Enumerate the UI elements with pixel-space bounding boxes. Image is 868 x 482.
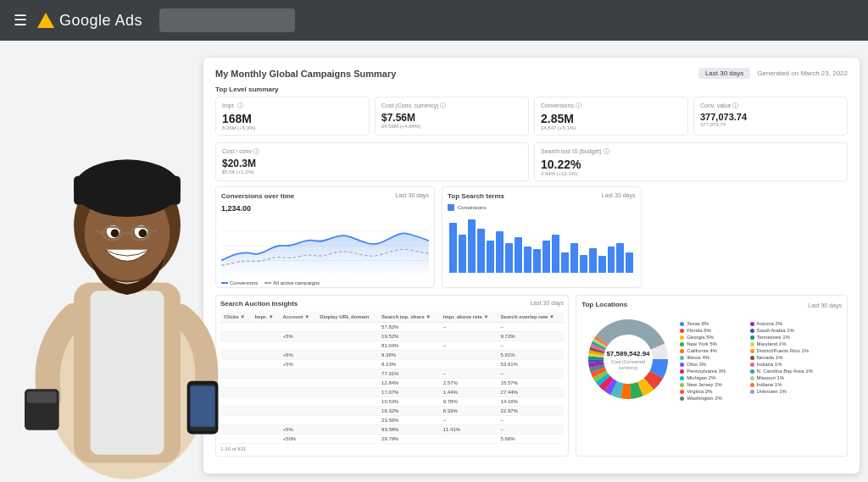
table-row: +50%29.79%5.66%: [220, 435, 564, 444]
svg-text:Cost (Converted: Cost (Converted: [611, 359, 645, 364]
google-ads-logo: Google Ads: [37, 12, 142, 30]
search-input[interactable]: [159, 8, 295, 32]
conversions-chart: Conversions over time Last 30 days 1,234…: [215, 186, 435, 288]
svg-rect-32: [90, 291, 164, 455]
legend-item: Ohio 3%: [680, 362, 743, 367]
legend-item: Arizona 2%: [750, 321, 813, 326]
col-display-url[interactable]: Display URL domain: [316, 312, 378, 323]
table-row: 77.31%––: [220, 369, 564, 379]
locations-donut: Top Locations Last 90 days: [576, 295, 848, 457]
bottom-row: Search Auction Insights Last 30 days Cli…: [215, 295, 848, 457]
svg-rect-41: [103, 227, 121, 240]
table-row: +5%19.52%9.72%: [220, 332, 564, 341]
metrics-grid: Impr. ⓘ 168M 8.26M (+5.3%) Cost (Conv. c…: [215, 97, 848, 136]
metric-search-lost: Cost / conv ⓘ $20.3M $5.56 (+1.2%): [215, 142, 529, 181]
dashboard-header: My Monthly Global Campaigns Summary Last…: [215, 68, 848, 79]
svg-rect-31: [74, 283, 181, 463]
auction-table: Clicks ▼ Impr. ▼ Account ▼ Display URL d…: [220, 312, 564, 444]
legend-item: Indiana 1%: [750, 382, 813, 387]
legend-item: Missouri 1%: [750, 375, 813, 380]
table-row: 23.56%––: [220, 416, 564, 425]
table-pagination: 1-30 of 831: [220, 446, 564, 452]
svg-rect-47: [27, 391, 57, 403]
svg-point-34: [85, 186, 170, 280]
svg-text:currency): currency): [619, 365, 638, 370]
col-account[interactable]: Account ▼: [280, 312, 317, 323]
col-impr-above[interactable]: Impr. above rate ▼: [440, 312, 498, 323]
donut-legend: Texas 8% Florida 6% Georgia 5% New York …: [680, 321, 813, 401]
donut-svg: $7,589,542.94 Cost (Converted currency): [581, 313, 675, 406]
table-row: 57.82%––: [220, 323, 564, 332]
metric-conversions: Conversions ⓘ 2.85M 14,847 (+5.1%): [534, 97, 688, 136]
menu-icon[interactable]: ☰: [14, 11, 27, 30]
metric-conv-value: Conv. value ⓘ 377,073.74 377,073.74: [693, 97, 848, 136]
svg-point-30: [45, 283, 209, 479]
app-title: Google Ads: [59, 12, 142, 30]
bar-chart-bars: [448, 213, 635, 273]
legend-item: N. Carolina Bay Area 1%: [750, 368, 813, 374]
legend-item: Texas 8%: [680, 321, 743, 326]
legend-item: Tennessee 1%: [750, 335, 813, 340]
dashboard-title: My Monthly Global Campaigns Summary: [215, 69, 396, 79]
legend-item: District/Puerto Rico 1%: [750, 348, 813, 353]
table-row: +5%93.58%11.41%–: [220, 425, 564, 435]
legend-item: Virginia 2%: [680, 389, 743, 394]
charts-row: Conversions over time Last 30 days 1,234…: [215, 186, 848, 288]
metric-cost: Cost (Conv. currency) ⓘ $7.56M £4.56M (+…: [375, 97, 529, 136]
ads-triangle-icon: [37, 13, 54, 28]
locations-title: Top Locations: [581, 301, 627, 308]
auction-title: Search Auction Insights: [220, 300, 298, 307]
table-row: +6%9.36%5.91%: [220, 351, 564, 360]
table-row: 16.32%6.33%22.97%: [220, 407, 564, 416]
legend-item: Washington 2%: [680, 396, 743, 401]
col-clicks[interactable]: Clicks ▼: [220, 312, 252, 323]
legend-item: New York 5%: [680, 341, 743, 346]
svg-text:$7,589,542.94: $7,589,542.94: [607, 350, 651, 357]
metric-impr: Impr. ⓘ 168M 8.26M (+5.3%): [215, 97, 370, 136]
table-row: 81.04%––: [220, 341, 564, 351]
table-row: 10.53%9.78%14.16%: [220, 397, 564, 407]
legend-item: Georgia 5%: [680, 335, 743, 340]
legend-item: New Jersey 2%: [680, 382, 743, 387]
svg-line-44: [95, 230, 103, 234]
top-level-label: Top Level summary: [215, 86, 848, 93]
svg-rect-36: [74, 176, 181, 205]
main-wrapper: My Monthly Global Campaigns Summary Last…: [0, 41, 868, 482]
legend-item: Maryland 1%: [750, 341, 813, 346]
table-row: 12.84%2.57%15.57%: [220, 379, 564, 388]
svg-point-39: [111, 230, 120, 238]
legend-item: Illinois 4%: [680, 355, 743, 360]
col-impr[interactable]: Impr. ▼: [252, 312, 280, 323]
col-overlap[interactable]: Search overlap rate ▼: [498, 312, 565, 323]
dashboard-panel: My Monthly Global Campaigns Summary Last…: [203, 58, 860, 474]
legend-item: Pennsylvania 3%: [680, 368, 743, 374]
table-row: +5%8.23%53.61%: [220, 360, 564, 369]
legend-item: Michigan 2%: [680, 375, 743, 380]
date-range-badge[interactable]: Last 30 days: [698, 68, 750, 79]
legend-item: California 4%: [680, 348, 743, 353]
svg-line-45: [149, 230, 158, 234]
legend-item: Indiana 1%: [750, 362, 813, 367]
auction-table-container: Search Auction Insights Last 30 days Cli…: [215, 295, 569, 457]
metric-search-lost-pct: Search lost IS (budget) ⓘ 10.22% 2.94% (…: [534, 142, 848, 181]
legend-item: Florida 6%: [680, 328, 743, 333]
search-terms-title: Top Search terms: [448, 192, 504, 200]
table-row: 17.07%1.44%27.44%: [220, 388, 564, 397]
svg-rect-42: [131, 227, 149, 240]
donut-chart-svg-wrapper: $7,589,542.94 Cost (Converted currency): [581, 313, 675, 409]
svg-point-38: [135, 225, 147, 238]
conv-chart-title: Conversions over time: [221, 192, 294, 200]
topbar: ☰ Google Ads: [0, 0, 868, 41]
search-terms-chart: Top Search terms Last 30 days Conversion…: [442, 186, 641, 288]
legend-item: Saudi Arabia 1%: [750, 328, 813, 333]
col-search-top[interactable]: Search top. share ▼: [378, 312, 440, 323]
line-chart-svg: [221, 216, 429, 275]
legend-item: Unknown 1%: [750, 389, 813, 394]
svg-rect-46: [25, 389, 59, 429]
svg-point-40: [139, 230, 147, 238]
svg-point-33: [74, 168, 181, 282]
svg-point-37: [107, 225, 120, 238]
generated-label: Generated on March 23, 2022: [757, 69, 848, 77]
legend-item: Nevada 1%: [750, 355, 813, 360]
svg-point-35: [74, 159, 181, 217]
